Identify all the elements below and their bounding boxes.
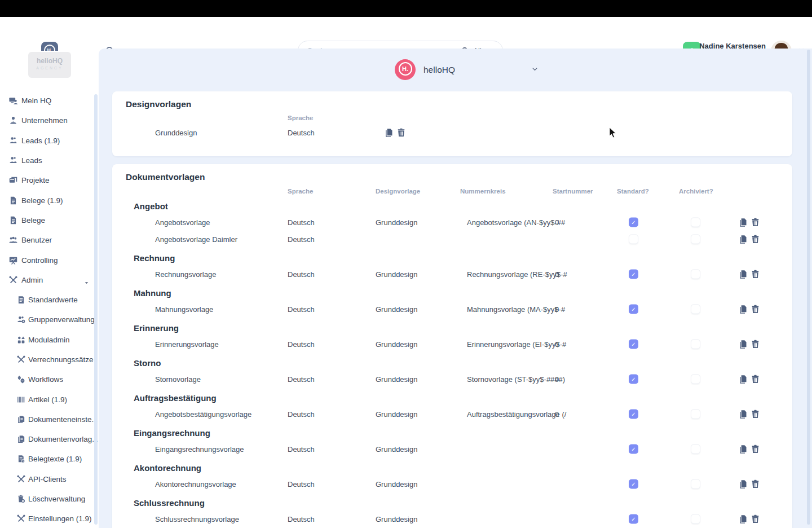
standard-checkbox[interactable]: ✓ [629, 410, 638, 419]
archiviert-checkbox[interactable] [691, 479, 700, 489]
trash-icon[interactable] [751, 375, 760, 384]
trash-icon[interactable] [751, 445, 760, 454]
trash-icon[interactable] [751, 305, 760, 314]
sidebar-item-leads-1-9[interactable]: Leads (1.9) [0, 131, 99, 151]
template-start-number: 0 [555, 270, 559, 279]
archiviert-checkbox[interactable] [691, 375, 700, 384]
copy-icon[interactable] [738, 218, 748, 227]
sidebar-item-standardwerte[interactable]: Standardwerte [0, 290, 99, 310]
sidebar-item-unternehmen[interactable]: Unternehmen [0, 111, 99, 130]
sidebar-item-controlling[interactable]: Controlling [0, 250, 99, 270]
standard-checkbox[interactable]: ✓ [629, 375, 638, 384]
trash-icon[interactable] [396, 128, 406, 138]
trash-icon[interactable] [751, 514, 760, 524]
template-row: Stornovorlage Deutsch Grunddesign Storno… [112, 371, 792, 388]
template-group-title: Eingangsrechnung [112, 428, 792, 441]
column-header-sprache: Sprache [288, 188, 313, 195]
copy-icon[interactable] [738, 375, 748, 384]
template-language: Deutsch [288, 410, 315, 419]
sidebar-item-dokumenteneinste[interactable]: Dokumenteneinste... [0, 410, 99, 429]
column-header-designvorlage: Designvorlage [376, 188, 420, 195]
template-name[interactable]: Angebotsvorlage Daimler [155, 235, 237, 244]
archiviert-checkbox[interactable] [691, 305, 700, 314]
template-name[interactable]: Mahnungsvorlage [155, 305, 213, 314]
sidebar-item-dokumentenvorlag[interactable]: Dokumentenvorlag... [0, 429, 99, 449]
workspace-logo-letter: H. [399, 62, 412, 76]
archiviert-checkbox[interactable] [691, 218, 700, 227]
design-template-language: Deutsch [288, 129, 315, 137]
template-row: Erinnerungsvorlage Deutsch Grunddesign E… [112, 336, 792, 353]
copy-icon[interactable] [384, 128, 394, 138]
sidebar-item-benutzer[interactable]: Benutzer [0, 230, 99, 250]
copy-icon[interactable] [738, 305, 748, 314]
trash-icon[interactable] [751, 340, 760, 349]
standard-checkbox[interactable]: ✓ [629, 305, 638, 314]
copy-icon[interactable] [738, 514, 748, 524]
trash-icon[interactable] [751, 410, 760, 419]
archiviert-checkbox[interactable] [691, 410, 700, 419]
template-name[interactable]: Rechnungsvorlage [155, 270, 216, 279]
sidebar-item-l-schverwaltung[interactable]: Löschverwaltung [0, 489, 99, 509]
archiviert-checkbox[interactable] [691, 445, 700, 454]
modules-grid-icon [16, 335, 26, 345]
sidebar-item-projekte[interactable]: Projekte [0, 170, 99, 190]
archiviert-checkbox[interactable] [691, 340, 700, 349]
column-header-sprache: Sprache [288, 115, 313, 121]
template-name[interactable]: Eingangsrechnungsvorlage [155, 445, 244, 454]
copy-icon[interactable] [738, 410, 748, 419]
archiviert-checkbox[interactable] [691, 235, 700, 244]
archiviert-checkbox[interactable] [691, 514, 700, 524]
content-scrollbar[interactable] [807, 50, 810, 525]
workspace-placeholder[interactable]: helloHQ AGENCY [28, 52, 71, 78]
copy-icon[interactable] [738, 270, 748, 279]
trash-icon[interactable] [751, 479, 760, 489]
template-number-range: Rechnungsvorlage (RE-$yy$-# [467, 270, 567, 279]
copy-icon[interactable] [738, 479, 748, 489]
standard-checkbox[interactable]: ✓ [629, 445, 638, 454]
template-row: Akontorechnungsvorlage Deutsch Grunddesi… [112, 476, 792, 492]
copy-icon[interactable] [738, 235, 748, 244]
sidebar-item-workflows[interactable]: Workflows [0, 369, 99, 389]
sidebar-item-gruppenverwaltung[interactable]: Gruppenverwaltung [0, 310, 99, 329]
template-name[interactable]: Angebotsvorlage [155, 218, 210, 227]
trash-icon[interactable] [751, 235, 760, 244]
standard-checkbox[interactable]: ✓ [629, 218, 638, 227]
template-name[interactable]: Schlussrechnungsvorlage [155, 515, 239, 523]
standard-checkbox[interactable]: ✓ [629, 514, 638, 524]
sidebar-item-belege[interactable]: Belege [0, 210, 99, 230]
sidebar-item-belege-1-9[interactable]: Belege (1.9) [0, 190, 99, 210]
document-copy-icon [16, 415, 26, 424]
sidebar-item-api-clients[interactable]: API-Clients [0, 469, 99, 489]
sidebar-item-verrechnungss-tze[interactable]: Verrechnungssätze [0, 350, 99, 369]
sidebar-item-admin[interactable]: Admin [0, 270, 99, 290]
workspace-chevron-down-icon[interactable] [531, 65, 539, 76]
standard-checkbox[interactable]: ✓ [629, 479, 638, 489]
sidebar-item-artikel-1-9[interactable]: Artikel (1.9) [0, 389, 99, 409]
template-number-range: Auftragsbestätigungsvorlage (/ [467, 410, 566, 419]
template-language: Deutsch [288, 340, 315, 349]
archiviert-checkbox[interactable] [691, 270, 700, 279]
copy-icon[interactable] [738, 340, 748, 349]
template-row: Angebotsvorlage Daimler Deutsch [112, 231, 792, 248]
sidebar-item-moduladmin[interactable]: Moduladmin [0, 330, 99, 350]
copy-icon[interactable] [738, 445, 748, 454]
sidebar-item-belegtexte-1-9[interactable]: Belegtexte (1.9) [0, 449, 99, 469]
chevron-down-icon[interactable] [83, 278, 90, 288]
standard-checkbox[interactable]: ✓ [629, 270, 638, 279]
sidebar-item-leads[interactable]: Leads [0, 151, 99, 170]
template-name[interactable]: Angebotsbestätigungsvorlage [155, 410, 251, 419]
trash-icon[interactable] [751, 270, 760, 279]
template-name[interactable]: Akontorechnungsvorlage [155, 480, 236, 489]
template-name[interactable]: Stornovorlage [155, 375, 201, 384]
design-template-name[interactable]: Grunddesign [155, 129, 197, 137]
standard-checkbox[interactable]: ✓ [629, 340, 638, 349]
sidebar-item-mein-hq[interactable]: Mein HQ [0, 91, 99, 111]
template-name[interactable]: Erinnerungsvorlage [155, 340, 219, 349]
sidebar-scrollbar[interactable] [94, 94, 98, 525]
wrench-tools-icon [16, 355, 26, 364]
standard-checkbox[interactable] [629, 235, 638, 244]
template-row: Angebotsbestätigungsvorlage Deutsch Grun… [112, 406, 792, 423]
template-start-number: 0 [555, 340, 559, 349]
trash-icon[interactable] [751, 218, 760, 227]
sidebar-item-einstellungen-1-9[interactable]: Einstellungen (1.9) [0, 509, 99, 528]
